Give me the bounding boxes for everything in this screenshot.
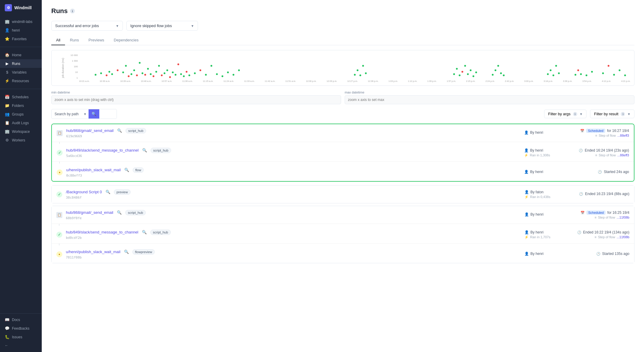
workspace-settings-label: Workspace [12,130,30,134]
flow-step-icon: ≡ [595,216,596,219]
job-id: bd0cdf2b [66,236,521,240]
job-search-icon[interactable]: 🔍 [116,210,123,215]
tab-dependencies[interactable]: Dependencies [109,35,143,45]
sidebar-item-home[interactable]: 🏠 Home [0,51,42,59]
filter-args-chevron: ▼ [580,112,583,116]
sidebar-item-schedules[interactable]: 📅 Schedules [0,93,42,101]
job-path-link[interactable]: hub/849/slack/send_message_to_channel [66,230,138,234]
sidebar-item-workspace-settings[interactable]: 🏢 Workspace [0,127,42,136]
sidebar-item-user[interactable]: 👤 henri [0,26,42,35]
tab-runs[interactable]: Runs [65,35,83,45]
job-time-row: 🕐 Ended 16:24 19/4 (23s ago) [569,148,629,152]
sidebar-item-audit-logs[interactable]: 📋 Audit Logs [0,119,42,127]
job-user: 👤 By henri [524,252,566,257]
job-user: 👤 By henri [524,130,566,135]
started-icon: 🕐 [598,170,602,174]
job-search-icon[interactable]: 🔍 [141,147,148,153]
min-datetime-input[interactable] [51,95,341,104]
job-path-link[interactable]: hub/868/gmail/_send_email [66,128,114,133]
job-user-row: 👤 By henri [524,148,566,152]
workspace-section: 🏢 windmill-labs 👤 henri ⭐ Favorites [0,15,42,45]
sidebar-item-resources[interactable]: ⚡ Resources [0,77,42,85]
filter-args-info: ℹ [573,112,577,116]
job-search-icon[interactable]: 🔍 [116,128,123,133]
job-path-link[interactable]: u/henri/publish_slack_wait_mail [66,168,121,172]
started-icon: 🕐 [596,252,600,256]
job-path: u/henri/publish_slack_wait_mail 🔍 flow [66,167,521,173]
scheduled-icon: 📅 [580,129,584,133]
job-status-icon: ✓ [56,191,62,197]
svg-point-29 [186,71,188,73]
sidebar-item-workspace-name[interactable]: 🏢 windmill-labs [0,17,42,26]
svg-point-53 [475,71,477,73]
svg-point-65 [577,69,579,71]
tab-previews[interactable]: Previews [84,35,109,45]
svg-point-49 [464,65,466,67]
user-name: By henri [530,212,544,217]
sidebar-item-variables[interactable]: $ Variables [0,68,42,77]
groups-icon: 👥 [5,112,10,116]
sidebar-item-favorites[interactable]: ⭐ Favorites [0,35,42,43]
sidebar-item-folders[interactable]: 📁 Folders [0,101,42,110]
sidebar-item-runs[interactable]: ▶ Runs [0,59,42,68]
flow-link[interactable]: ...88eff3 [617,153,629,157]
job-status-icon: ● [56,251,62,257]
issues-icon: 🐛 [5,335,10,339]
app-logo[interactable]: ⚙ Windmill [0,0,42,15]
logo-icon: ⚙ [5,4,12,11]
svg-point-9 [131,73,132,75]
job-path: /Background Script 0 🔍 preview [66,189,521,195]
job-search-icon[interactable]: 🔍 [104,189,112,195]
filters-row: Successful and error jobs ▼ Ignore skipp… [51,21,634,31]
groups-label: Groups [12,112,24,116]
tab-all[interactable]: All [51,35,65,45]
svg-point-27 [180,73,182,75]
job-type-filter[interactable]: Successful and error jobs ▼ [51,21,123,31]
job-path-link[interactable]: u/henri/publish_slack_wait_mail [66,250,120,254]
scheduled-badge: Scheduled [586,129,605,133]
svg-point-45 [453,73,455,75]
job-user-row: 👤 By henri [524,252,566,256]
job-search-icon[interactable]: 🔍 [123,167,130,173]
star-icon: ⭐ [5,37,10,41]
filter-args-label: Filter by args [548,112,570,116]
max-datetime-input[interactable] [345,95,634,104]
sidebar-item-feedbacks[interactable]: 💬 Feedbacks [0,324,42,333]
skipped-filter[interactable]: Ignore skipped flow jobs ▼ [126,21,198,31]
datetime-row: min datetime max datetime [51,91,634,104]
job-id: 38c8486f [66,196,521,200]
job-user-row: 👤 By henri [524,170,566,174]
job-search-icon[interactable]: 🔍 [141,229,148,235]
filter-result-info: ℹ [621,112,625,116]
job-info: hub/849/slack/send_message_to_channel 🔍 … [66,229,521,240]
sidebar-item-issues[interactable]: 🐛 Issues [0,333,42,341]
flow-link[interactable]: ...88eff3 [617,134,629,137]
search-chevron[interactable]: ▼ [82,112,89,116]
svg-point-41 [357,69,358,71]
job-path-link[interactable]: /Background Script 0 [66,190,102,194]
job-path-link[interactable]: hub/868/gmail/_send_email [66,210,113,215]
min-datetime-group: min datetime [51,91,341,104]
ran-icon: ⚡ [524,195,529,199]
flow-link[interactable]: ...11f08b [617,235,629,239]
svg-point-17 [153,75,154,77]
sidebar-item-back[interactable]: ← [0,341,42,350]
workspace-settings-icon: 🏢 [5,129,10,134]
filter-result-button[interactable]: Filter by result ℹ ▼ [590,110,634,118]
search-button[interactable]: 🔍 [89,109,99,119]
filter-args-button[interactable]: Filter by args ℹ ▼ [544,110,586,118]
sidebar-item-groups[interactable]: 👥 Groups [0,110,42,119]
svg-point-23 [169,76,171,78]
job-user-row: 👤 By henri [524,230,566,234]
job-path-link[interactable]: hub/849/slack/send_message_to_channel [66,148,139,152]
sidebar-item-docs[interactable]: 📖 Docs [0,315,42,324]
job-time: 🕐 Started 135s ago [570,252,629,257]
svg-point-72 [619,69,620,71]
svg-point-24 [172,71,174,73]
job-search-icon[interactable]: 🔍 [123,249,130,255]
sidebar-item-workers[interactable]: ⚙ Workers [0,136,42,144]
flow-link[interactable]: ...11f08b [617,216,629,219]
search-filter-row: Search by path ▼ 🔍 Filter by args ℹ ▼ Fi… [51,109,634,119]
resources-label: Resources [12,79,29,83]
page-title-info-icon[interactable]: ℹ [70,9,75,13]
